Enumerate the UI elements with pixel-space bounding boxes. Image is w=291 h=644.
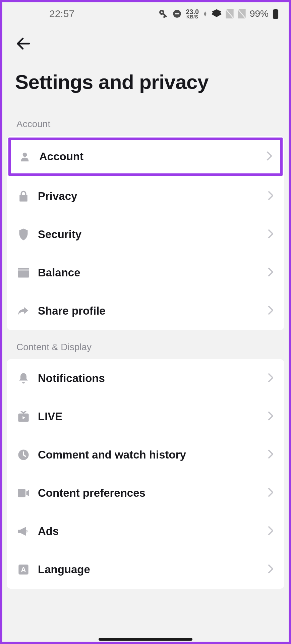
settings-item-security[interactable]: Security [7,215,284,254]
svg-rect-3 [273,9,278,19]
settings-item-balance[interactable]: Balance [7,254,284,292]
section-header-account: Account [2,107,289,136]
chevron-right-icon [268,449,273,460]
chevron-right-icon [267,151,272,162]
svg-rect-6 [19,195,27,202]
settings-item-account[interactable]: Account [8,138,283,176]
wallet-icon [18,267,29,278]
clock-icon [18,449,29,461]
settings-item-privacy[interactable]: Privacy [7,177,284,215]
back-arrow-icon [16,36,31,51]
chevron-right-icon [268,373,273,384]
chevron-right-icon [268,411,273,422]
svg-rect-8 [18,269,29,271]
chevron-right-icon [268,191,273,202]
share-icon [18,305,29,317]
svg-text:A: A [21,566,26,574]
settings-item-label: Share profile [38,305,259,317]
battery-percentage: 99% [250,8,269,19]
settings-item-live[interactable]: LIVE [7,397,284,436]
wifi-icon [212,9,222,18]
tv-icon [18,411,29,422]
do-not-disturb-icon [172,9,182,18]
page-title: Settings and privacy [15,70,276,94]
status-time: 22:57 [49,8,74,19]
settings-item-label: Account [39,150,258,163]
key-icon [158,9,168,19]
battery-icon [273,9,279,19]
video-icon [18,487,29,499]
sim-2-icon [238,9,246,18]
svg-point-5 [23,153,27,157]
svg-rect-1 [175,13,179,14]
svg-marker-13 [26,490,30,496]
home-indicator[interactable] [99,638,192,641]
settings-item-comment-history[interactable]: Comment and watch history [7,436,284,474]
section-header-content-display: Content & Display [2,330,289,359]
settings-item-label: LIVE [38,410,259,423]
settings-item-label: Language [38,563,259,576]
chevron-right-icon [268,526,273,537]
chevron-right-icon [268,229,273,240]
status-bar: 22:57 23.0 KB/S ▲▼ 99% [2,2,289,25]
settings-item-language[interactable]: A Language [7,550,284,589]
chevron-right-icon [268,267,273,278]
settings-item-notifications[interactable]: Notifications [7,359,284,397]
settings-item-label: Notifications [38,372,259,385]
settings-item-label: Comment and watch history [38,448,259,461]
language-icon: A [18,564,29,575]
settings-item-content-preferences[interactable]: Content preferences [7,474,284,512]
data-rate-indicator: 23.0 KB/S [186,9,199,19]
chevron-right-icon [268,306,273,316]
settings-item-label: Content preferences [38,487,259,499]
chevron-right-icon [268,564,273,575]
settings-item-share-profile[interactable]: Share profile [7,292,284,330]
section-list-content-display: Notifications LIVE Comment and watch h [7,359,284,589]
settings-item-ads[interactable]: Ads [7,512,284,550]
person-icon [19,151,31,162]
settings-item-label: Ads [38,525,259,538]
bell-icon [18,373,29,384]
chevron-right-icon [268,488,273,498]
svg-rect-12 [18,489,25,497]
status-icons: 23.0 KB/S ▲▼ 99% [158,8,279,19]
settings-item-label: Privacy [38,190,259,203]
settings-item-label: Balance [38,266,259,279]
section-list-account: Account Privacy Security [7,136,284,330]
settings-item-label: Security [38,228,259,241]
shield-icon [18,229,29,240]
sim-1-icon [226,9,234,18]
megaphone-icon [18,526,29,537]
data-arrows-icon: ▲▼ [203,11,208,16]
lock-icon [18,191,29,202]
back-button[interactable] [15,35,32,52]
